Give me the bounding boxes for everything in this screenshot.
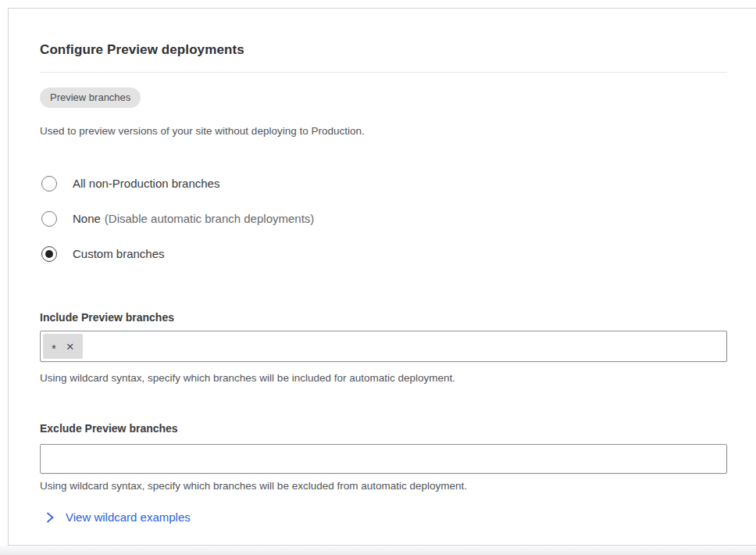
include-preview-branches-label: Include Preview branches <box>40 311 727 324</box>
radio-unselected-icon[interactable] <box>41 176 57 192</box>
exclude-branches-input[interactable] <box>40 444 727 474</box>
branch-tag-value: * <box>52 342 56 355</box>
section-description: Used to preview versions of your site wi… <box>40 124 727 138</box>
radio-option-custom-branches[interactable]: Custom branches <box>40 245 727 262</box>
remove-tag-icon[interactable]: × <box>66 340 74 353</box>
radio-option-label: Custom branches <box>73 246 165 262</box>
page-title: Configure Preview deployments <box>40 41 727 59</box>
title-divider <box>40 72 727 73</box>
radio-selected-icon[interactable] <box>41 246 57 262</box>
link-label: View wildcard examples <box>66 510 191 525</box>
branch-deployment-radio-group: All non-Production branches None (Disabl… <box>40 175 727 262</box>
view-wildcard-examples-link[interactable]: View wildcard examples <box>40 510 727 525</box>
radio-unselected-icon[interactable] <box>41 211 57 227</box>
include-branches-text-input[interactable] <box>83 334 724 359</box>
exclude-preview-branches-label: Exclude Preview branches <box>40 422 727 435</box>
radio-option-sublabel: (Disable automatic branch deployments) <box>105 212 314 225</box>
radio-option-label: All non-Production branches <box>73 176 219 192</box>
include-helper-text: Using wildcard syntax, specify which bra… <box>40 371 727 385</box>
radio-option-all-non-production[interactable]: All non-Production branches <box>40 175 727 192</box>
page-bottom-edge <box>0 546 756 555</box>
radio-option-none[interactable]: None (Disable automatic branch deploymen… <box>40 210 727 227</box>
preview-deployments-card: Configure Preview deployments Preview br… <box>8 8 756 546</box>
preview-branches-badge: Preview branches <box>40 88 141 108</box>
chevron-right-icon <box>45 511 55 524</box>
branch-tag-chip: * × <box>43 334 83 359</box>
exclude-helper-text: Using wildcard syntax, specify which bra… <box>40 479 727 492</box>
radio-option-label: None <box>73 211 101 227</box>
exclude-branches-text-input[interactable] <box>41 445 726 473</box>
include-branches-input[interactable]: * × <box>40 331 727 362</box>
